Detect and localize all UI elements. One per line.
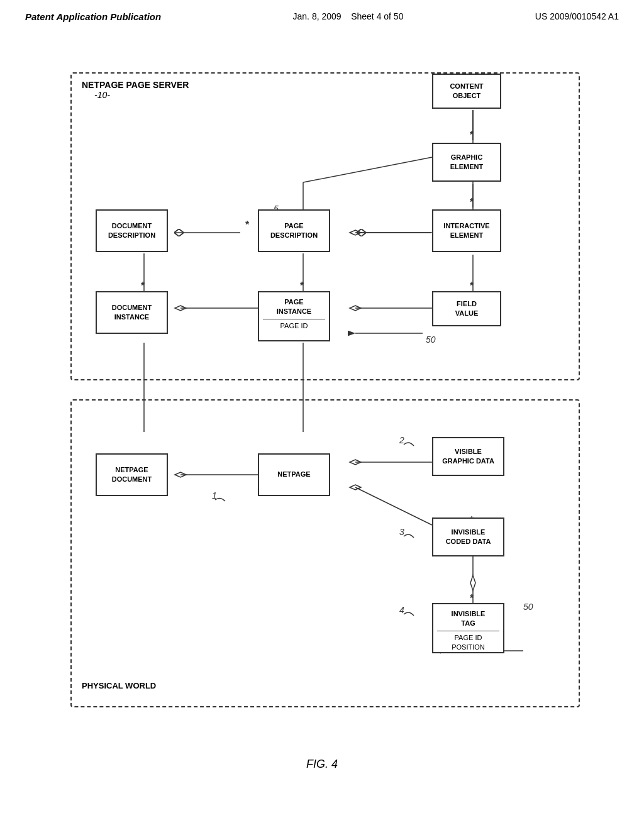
invisible-tag-box: INVISIBLE TAG PAGE ID POSITION bbox=[432, 603, 504, 653]
document-description-box: DOCUMENT DESCRIPTION bbox=[96, 209, 168, 252]
visible-graphic-data-box: VISIBLE GRAPHIC DATA bbox=[432, 437, 504, 476]
document-instance-box: DOCUMENT INSTANCE bbox=[96, 291, 168, 334]
header-center: Jan. 8, 2009 Sheet 4 of 50 bbox=[293, 11, 404, 21]
page-description-box: PAGE DESCRIPTION bbox=[258, 209, 330, 252]
publication-date: Jan. 8, 2009 bbox=[293, 11, 341, 21]
page-instance-box: PAGE INSTANCE PAGE ID bbox=[258, 291, 330, 341]
graphic-element-box: GRAPHIC ELEMENT bbox=[432, 143, 501, 182]
field-value-box: FIELD VALUE bbox=[432, 291, 501, 326]
patent-number: US 2009/0010542 A1 bbox=[535, 11, 619, 21]
physical-section-label: PHYSICAL WORLD bbox=[82, 681, 156, 690]
publication-label: Patent Application Publication bbox=[25, 11, 161, 22]
diagram-area: * * * * * * * * * 5 50 * * 1 2 * bbox=[45, 47, 599, 739]
sheet-info: Sheet 4 of 50 bbox=[351, 11, 403, 21]
content-object-box: CONTENT OBJECT bbox=[432, 74, 501, 109]
page-header: Patent Application Publication Jan. 8, 2… bbox=[0, 0, 644, 28]
invisible-coded-data-box: INVISIBLE CODED DATA bbox=[432, 517, 504, 556]
fig-caption: FIG. 4 bbox=[0, 758, 644, 771]
server-section-label: NETPAGE PAGE SERVER -10- bbox=[82, 80, 189, 100]
netpage-document-box: NETPAGE DOCUMENT bbox=[96, 453, 168, 496]
netpage-box: NETPAGE bbox=[258, 453, 330, 496]
interactive-element-box: INTERACTIVE ELEMENT bbox=[432, 209, 501, 252]
